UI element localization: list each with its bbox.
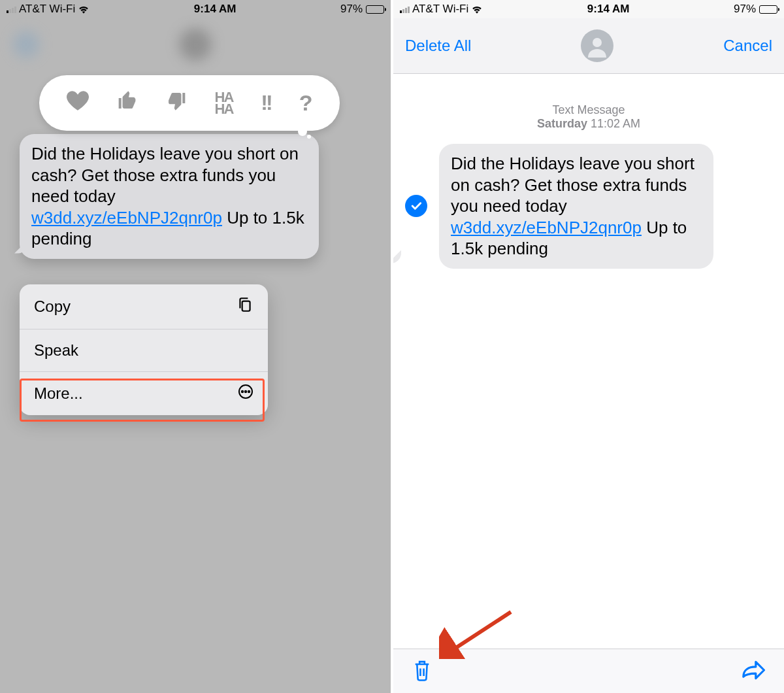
message-text-before: Did the Holidays leave you short on cash…: [31, 144, 299, 206]
speak-menu-item[interactable]: Speak: [20, 330, 268, 372]
wifi-icon: [471, 5, 483, 14]
heart-icon[interactable]: [67, 91, 89, 116]
message-bubble[interactable]: Did the Holidays leave you short on cash…: [439, 144, 713, 269]
cellular-icon: [400, 5, 410, 13]
trash-icon[interactable]: [412, 658, 433, 685]
context-menu: Copy Speak More...: [20, 284, 268, 415]
edit-toolbar: [393, 649, 784, 693]
svg-point-3: [245, 391, 246, 392]
battery-icon: [366, 5, 384, 14]
selection-checkbox[interactable]: [405, 195, 427, 217]
battery-percent: 97%: [340, 3, 363, 16]
cancel-button[interactable]: Cancel: [723, 37, 772, 55]
svg-point-4: [248, 391, 250, 392]
tapback-bar: HAHA !! ?: [39, 75, 340, 131]
message-link[interactable]: w3dd.xyz/eEbNPJ2qnr0p: [31, 208, 222, 228]
message-text-before: Did the Holidays leave you short on cash…: [451, 154, 694, 216]
thumbs-down-icon[interactable]: [166, 90, 187, 116]
message-link[interactable]: w3dd.xyz/eEbNPJ2qnr0p: [451, 218, 642, 237]
selectable-message-row: Did the Holidays leave you short on cash…: [393, 144, 784, 269]
copy-icon: [237, 296, 253, 317]
left-screenshot: AT&T Wi-Fi 9:14 AM 97% HAHA !! ? Did the…: [0, 0, 391, 693]
meta-type: Text Message: [393, 103, 784, 117]
speak-label: Speak: [34, 341, 78, 360]
exclaim-icon[interactable]: !!: [261, 91, 270, 115]
message-bubble[interactable]: Did the Holidays leave you short on cash…: [20, 134, 319, 259]
cellular-icon: [7, 5, 16, 13]
forward-icon[interactable]: [741, 660, 766, 683]
contact-avatar[interactable]: [581, 29, 613, 62]
battery-icon: [759, 5, 777, 14]
edit-mode-header: Delete All Cancel: [393, 18, 784, 74]
svg-point-5: [593, 38, 602, 47]
more-menu-item[interactable]: More...: [20, 372, 268, 415]
ellipsis-icon: [238, 384, 253, 403]
copy-menu-item[interactable]: Copy: [20, 284, 268, 330]
meta-day: Saturday: [537, 117, 587, 130]
message-meta: Text Message Saturday 11:02 AM: [393, 103, 784, 131]
haha-icon[interactable]: HAHA: [215, 92, 233, 114]
blurred-nav-header: [0, 18, 391, 71]
clock: 9:14 AM: [194, 3, 237, 16]
svg-line-6: [451, 612, 511, 651]
more-label: More...: [34, 384, 83, 403]
status-bar: AT&T Wi-Fi 9:14 AM 97%: [0, 0, 391, 18]
status-bar: AT&T Wi-Fi 9:14 AM 97%: [393, 0, 784, 18]
battery-percent: 97%: [734, 3, 756, 16]
carrier-label: AT&T Wi-Fi: [412, 3, 468, 16]
svg-rect-0: [242, 301, 250, 311]
right-screenshot: AT&T Wi-Fi 9:14 AM 97% Delete All Cancel…: [393, 0, 784, 693]
meta-time: 11:02 AM: [591, 117, 640, 130]
svg-point-2: [242, 391, 243, 392]
carrier-label: AT&T Wi-Fi: [19, 3, 75, 16]
delete-all-button[interactable]: Delete All: [405, 37, 471, 55]
question-icon[interactable]: ?: [299, 90, 313, 116]
thumbs-up-icon[interactable]: [117, 90, 138, 116]
clock: 9:14 AM: [587, 3, 630, 16]
wifi-icon: [78, 5, 90, 14]
copy-label: Copy: [34, 297, 71, 316]
